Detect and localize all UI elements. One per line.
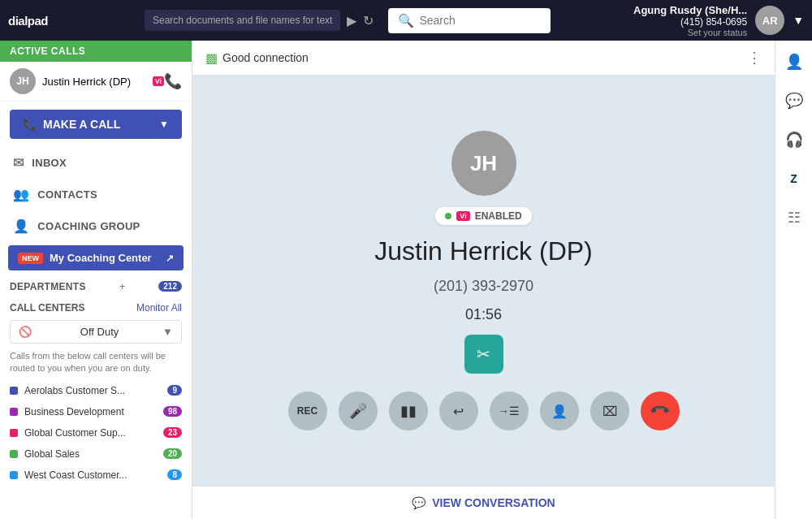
right-apps-icon[interactable]: ☷ [781,205,807,231]
connection-label: Good connection [222,51,309,64]
coaching-group-label: COACHING GROUP [37,220,140,232]
mute-button[interactable]: 🎤 [339,391,378,430]
external-link-icon: ↗ [166,253,174,264]
call-center-item[interactable]: West Coast Customer... 8 [0,465,192,486]
call-center-item[interactable]: Business Development 98 [0,401,192,422]
chevron-down-icon: ▼ [159,119,169,130]
contacts-label: CONTACTS [37,188,97,201]
call-center-dot [10,387,18,395]
end-call-icon[interactable]: 📞 [164,72,182,90]
end-call-button[interactable]: 📞 [633,383,688,439]
departments-add-button[interactable]: + [119,280,126,292]
view-conversation-label: VIEW CONVERSATION [432,496,555,509]
keypad-button[interactable]: ⌧ [590,391,629,430]
user-name: Agung Rusdy (She/H... [633,4,747,16]
call-controls: REC 🎤 ▮▮ ↩ →☰ 👤 ⌧ 📞 [288,391,680,430]
right-sidebar: 👤 💬 🎧 Z ☷ [775,41,812,519]
user-status[interactable]: Set your status [633,28,747,37]
make-call-label: MAKE A CALL [43,118,120,131]
phone-icon: 📞 [23,118,37,131]
active-calls-header: Active Calls [0,41,192,62]
connection-bar: ▩ Good connection ⋮ [192,41,775,76]
right-chat-icon[interactable]: 💬 [781,88,807,114]
inbox-label: INBOX [32,157,67,169]
add-person-button[interactable]: 👤 [540,391,579,430]
search-icon: 🔍 [398,13,414,28]
rec-button[interactable]: REC [288,391,327,430]
signal-icon: ▩ [205,50,218,66]
call-center-item[interactable]: Global Customer Sup... 23 [0,422,192,443]
search-hint[interactable]: Search documents and file names for text [145,10,340,31]
caller-phone: (201) 393-2970 [434,278,533,295]
caller-avatar: JH [451,131,516,196]
departments-section: DEPARTMENTS + 212 [0,274,192,299]
call-centers-section: CALL CENTERS Monitor All [0,299,192,317]
call-center-dot [10,450,18,458]
search-input[interactable] [419,14,541,27]
user-info-section: Agung Rusdy (She/H... (415) 854-0695 Set… [633,4,804,37]
call-center-item[interactable]: Aerolabs Customer S... 9 [0,380,192,401]
call-center-badge: 20 [163,448,182,459]
more-options-icon[interactable]: ⋮ [747,49,762,67]
left-sidebar: Active Calls JH Justin Herrick (DP) Vi 📞… [0,41,192,519]
vi-enabled-badge: Vi ENABLED [435,207,531,225]
right-person-icon[interactable]: 👤 [781,49,807,75]
off-duty-label: Off Duty [80,326,119,338]
call-center-item[interactable]: Global Sales 20 [0,443,192,465]
avatar[interactable]: AR [755,6,784,35]
inbox-icon: ✉ [13,155,24,171]
call-center-dot [10,471,18,479]
chevron-down-icon[interactable]: ▼ [793,14,804,27]
forward-to-list-button[interactable]: →☰ [490,391,529,430]
top-bar: dialpad Search documents and file names … [0,0,812,41]
dropdown-chevron-icon: ▼ [162,326,173,338]
app-logo: dialpad [8,12,138,29]
new-badge: NEW [18,253,43,264]
center-panel: ▩ Good connection ⋮ JH Vi ENABLED Justin… [192,41,775,519]
vi-label: Vi [456,211,469,221]
call-center-dot [10,429,18,437]
call-center-name: Aerolabs Customer S... [24,385,164,396]
call-center-name: Global Sales [24,448,160,460]
active-call-name: Justin Herrick (DP) [42,76,149,88]
refresh-icon[interactable]: ↻ [363,13,374,28]
right-headset-icon[interactable]: 🎧 [781,127,807,153]
view-conversation-bar[interactable]: 💬 VIEW CONVERSATION [192,486,775,519]
vi-status-dot [445,213,451,219]
transfer-button[interactable]: ↩ [439,391,478,430]
sidebar-item-inbox[interactable]: ✉ INBOX [0,147,192,179]
main-layout: Active Calls JH Justin Herrick (DP) Vi 📞… [0,41,812,519]
call-center-list: Aerolabs Customer S... 9 Business Develo… [0,380,192,486]
contacts-icon: 👥 [13,187,29,202]
main-search[interactable]: 🔍 [388,8,551,33]
call-center-dot [10,408,18,416]
nav-back-icon[interactable]: ▶ [347,13,356,28]
right-zendesk-icon[interactable]: Z [781,166,807,192]
call-center-name: Business Development [24,406,160,417]
sidebar-item-coaching-group[interactable]: 👤 COACHING GROUP [0,210,192,242]
pause-button[interactable]: ▮▮ [389,391,428,430]
chat-icon: 💬 [412,496,425,509]
call-centers-hint: Calls from the below call centers will b… [0,347,192,380]
caller-initials: JH [470,151,497,176]
my-coaching-center-item[interactable]: NEW My Coaching Center ↗ [8,245,184,270]
off-duty-icon: 🚫 [19,326,32,338]
departments-label: DEPARTMENTS [10,281,86,292]
make-a-call-button[interactable]: 📞 MAKE A CALL ▼ [10,110,182,139]
call-center-name: West Coast Customer... [24,469,164,481]
call-centers-label: CALL CENTERS [10,302,84,314]
off-duty-dropdown[interactable]: 🚫 Off Duty ▼ [10,320,182,344]
call-center-badge: 8 [167,469,182,480]
monitor-all-link[interactable]: Monitor All [136,302,182,314]
my-coaching-center-label: My Coaching Center [50,252,152,264]
vi-badge: Vi [153,76,164,86]
call-center-badge: 23 [163,427,182,438]
call-center-badge: 98 [163,406,182,417]
coaching-icon: 👤 [13,218,29,234]
active-call-item[interactable]: JH Justin Herrick (DP) Vi 📞 [0,62,192,102]
sidebar-item-contacts[interactable]: 👥 CONTACTS [0,179,192,210]
connection-status: ▩ Good connection [205,50,309,66]
call-area: JH Vi ENABLED Justin Herrick (DP) (201) … [192,76,775,486]
user-phone: (415) 854-0695 [633,16,747,28]
scissor-button[interactable]: ✂ [464,335,503,374]
